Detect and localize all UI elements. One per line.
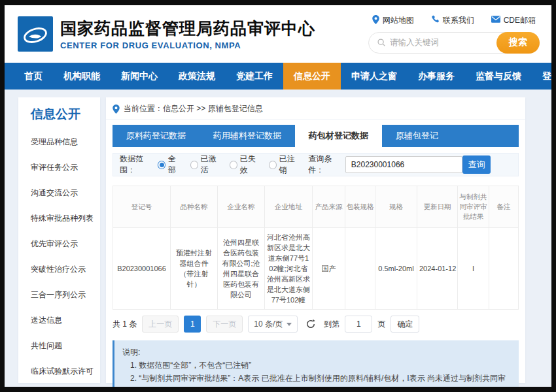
- col-header-review-result: 与制剂共同审评审批结果: [458, 186, 489, 228]
- col-header-package-spec: 包装规格: [345, 186, 375, 228]
- goto-page-input[interactable]: [345, 316, 372, 333]
- sidebar-item-special-approval[interactable]: 特殊审批品种列表: [31, 206, 96, 231]
- link-mail[interactable]: CDE邮箱: [491, 15, 536, 26]
- next-page-button[interactable]: 下一页: [206, 316, 243, 333]
- radio-expired-control[interactable]: [230, 161, 237, 169]
- filter-bar: 数据范围： 全部 已激活 已失效: [113, 153, 519, 176]
- sidebar-item-communication[interactable]: 沟通交流公示: [31, 180, 96, 206]
- radio-activated-label: 已激活: [201, 154, 222, 176]
- cell-package-spec: [345, 228, 375, 310]
- col-header-address: 企业地址: [265, 186, 313, 228]
- tab-raw-aux-pack-registration[interactable]: 原辅包登记: [382, 125, 452, 147]
- prev-page-button[interactable]: 上一页: [142, 316, 179, 333]
- table-row: B20230001066 预灌封注射器组合件（带注射针） 沧州四星联合医药包装有…: [113, 228, 519, 310]
- cell-product-name: 预灌封注射器组合件（带注射针）: [171, 228, 218, 310]
- phone-icon: [431, 15, 440, 25]
- notes-title: 说明:: [122, 346, 511, 359]
- nav-item-info-disclosure[interactable]: 信息公开: [283, 63, 341, 90]
- results-table: 登记号 品种名称 企业名称 企业地址 产品来源 包装规格 规格 更新日期 与制剂…: [113, 186, 519, 310]
- notes-panel: 说明: 1. 数据范围“全部”，不包含“已注销” 2. “与制剂共同审评审批结果…: [113, 340, 519, 387]
- brand-home-link[interactable]: 国家药品监督管理局药品审评中心 CENTER FOR DRUG EVALUATI…: [18, 16, 315, 52]
- goto-page-label: 到第: [324, 319, 339, 330]
- cell-reg-no: B20230001066: [113, 228, 171, 310]
- note-item-1: 1. 数据范围“全部”，不包含“已注销”: [122, 359, 511, 372]
- cell-origin: 国产: [313, 228, 345, 310]
- page-number-1[interactable]: 1: [184, 316, 201, 333]
- cell-remark: [489, 228, 519, 310]
- data-range-radio-group: 全部 已激活 已失效 已注销: [158, 154, 300, 176]
- radio-activated[interactable]: 已激活: [190, 154, 221, 176]
- link-sitemap-label: 网站地图: [383, 15, 414, 26]
- sidebar-title: 信息公开: [31, 106, 96, 122]
- nav-item-policies[interactable]: 政策法规: [168, 63, 226, 90]
- site-header: 国家药品监督管理局药品审评中心 CENTER FOR DRUG EVALUATI…: [5, 5, 551, 63]
- nav-item-home[interactable]: 首页: [14, 63, 53, 90]
- breadcrumb: 当前位置：信息公开 >> 原辅包登记信息: [106, 97, 525, 120]
- nav-item-functions[interactable]: 机构职能: [53, 63, 111, 90]
- tab-api-data[interactable]: 原料药登记数据: [113, 125, 200, 147]
- sidebar-item-breakthrough-therapy[interactable]: 突破性治疗公示: [31, 257, 96, 282]
- page-size-select[interactable]: 10 条/页: [248, 316, 298, 333]
- radio-cancelled-control[interactable]: [269, 161, 277, 169]
- sidebar-item-clinical-trial-license[interactable]: 临床试验默示许可: [31, 359, 96, 384]
- cell-spec: 0.5ml-20ml: [375, 228, 417, 310]
- sidebar-item-common-issues[interactable]: 共性问题: [31, 333, 96, 359]
- search-button[interactable]: 搜索: [496, 32, 540, 54]
- chevron-down-icon: [287, 323, 292, 326]
- query-button[interactable]: 查询: [462, 155, 491, 174]
- cde-logo-icon: [18, 16, 53, 52]
- nav-item-registration-platform[interactable]: 登记备案平台: [532, 63, 551, 90]
- radio-expired[interactable]: 已失效: [230, 154, 260, 176]
- main-nav: 首页 机构职能 新闻中心 政策法规 党建工作 信息公开 申请人之窗 办事服务 监…: [5, 63, 551, 90]
- page: 国家药品监督管理局药品审评中心 CENTER FOR DRUG EVALUATI…: [5, 5, 551, 387]
- nav-item-services[interactable]: 办事服务: [408, 63, 465, 90]
- sidebar-item-three-in-one[interactable]: 三合一序列公示: [31, 282, 96, 308]
- pagination: 共 1 条 上一页 1 下一页 10 条/页 到第 页 确定: [113, 316, 519, 333]
- cell-company: 沧州四星联合医药包装有限公司;沧州四星联合医药包装有限公司: [218, 228, 265, 310]
- table-header-row: 登记号 品种名称 企业名称 企业地址 产品来源 包装规格 规格 更新日期 与制剂…: [113, 186, 519, 228]
- col-header-origin: 产品来源: [313, 186, 345, 228]
- radio-all-control[interactable]: [158, 161, 165, 169]
- page-size-value: 10 条/页: [254, 319, 283, 330]
- sidebar-item-review-tasks[interactable]: 审评任务公示: [31, 155, 96, 180]
- nav-item-supervision[interactable]: 监督与反馈: [465, 63, 532, 90]
- data-tabs: 原料药登记数据 药用辅料登记数据 药包材登记数据 原辅包登记: [113, 125, 519, 147]
- tab-excipient-data[interactable]: 药用辅料登记数据: [200, 125, 295, 147]
- link-contact[interactable]: 联系我们: [431, 15, 474, 26]
- col-header-remark: 备注: [489, 186, 519, 228]
- col-header-product-name: 品种名称: [171, 186, 218, 228]
- screenshot-frame: 国家药品监督管理局药品审评中心 CENTER FOR DRUG EVALUATI…: [0, 0, 556, 392]
- radio-cancelled-label: 已注销: [279, 154, 300, 176]
- sidebar-item-delivery-info[interactable]: 送达信息: [31, 308, 96, 333]
- main-card: 当前位置：信息公开 >> 原辅包登记信息 原料药登记数据 药用辅料登记数据 药包…: [106, 97, 525, 383]
- content-area: 信息公开 受理品种信息 审评任务公示 沟通交流公示 特殊审批品种列表 优先审评公…: [5, 90, 551, 387]
- mail-icon: [491, 16, 500, 25]
- location-pin-icon: [372, 15, 379, 26]
- radio-cancelled[interactable]: 已注销: [269, 154, 300, 176]
- query-condition-input[interactable]: [345, 156, 463, 173]
- radio-activated-control[interactable]: [190, 161, 198, 169]
- search-input[interactable]: [390, 38, 496, 47]
- breadcrumb-text: 当前位置：信息公开 >> 原辅包登记信息: [124, 103, 263, 114]
- nav-item-party[interactable]: 党建工作: [226, 63, 283, 90]
- link-sitemap[interactable]: 网站地图: [372, 15, 414, 26]
- location-pin-icon: [113, 105, 120, 114]
- tab-packaging-data[interactable]: 药包材登记数据: [295, 125, 382, 147]
- sidebar-item-accepted-products[interactable]: 受理品种信息: [31, 129, 96, 155]
- radio-all-label: 全部: [168, 154, 182, 176]
- sidebar-item-priority-review[interactable]: 优先审评公示: [31, 231, 96, 257]
- goto-confirm-button[interactable]: 确定: [391, 316, 419, 333]
- refresh-icon[interactable]: [305, 319, 316, 329]
- cell-update-date: 2024-01-12: [417, 228, 458, 310]
- data-range-label: 数据范围：: [120, 154, 155, 176]
- col-header-reg-no: 登记号: [113, 186, 171, 228]
- nav-item-news[interactable]: 新闻中心: [111, 63, 168, 90]
- site-search: 搜索: [368, 32, 540, 54]
- nav-item-applicant-window[interactable]: 申请人之窗: [341, 63, 408, 90]
- query-condition-label: 查询条件：: [308, 154, 343, 176]
- cell-review-result: I: [458, 228, 489, 310]
- search-icon: [377, 38, 386, 47]
- goto-page-unit: 页: [377, 319, 385, 330]
- radio-all[interactable]: 全部: [158, 154, 181, 176]
- link-contact-label: 联系我们: [443, 15, 474, 26]
